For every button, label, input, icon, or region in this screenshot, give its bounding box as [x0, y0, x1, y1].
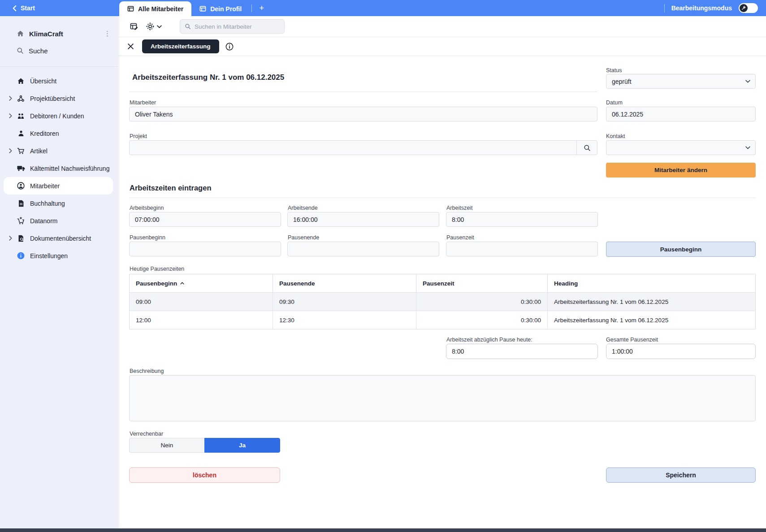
table-edit-icon — [130, 22, 138, 31]
new-tab-button[interactable]: + — [254, 3, 269, 13]
chevron-right-icon[interactable] — [9, 96, 12, 101]
sidebar-search[interactable]: Suche — [0, 42, 118, 59]
sidebar-item-kaeltemittel[interactable]: Kältemittel Nachweisführung — [0, 160, 118, 177]
settings-menu-button[interactable] — [146, 22, 162, 31]
search-input[interactable] — [195, 23, 280, 30]
sidebar-divider — [0, 66, 118, 67]
arbeitsbeginn-field[interactable] — [129, 212, 281, 227]
cell-pausenzeit: 0:30:00 — [416, 311, 548, 329]
sidebar-item-buchhaltung[interactable]: Buchhaltung — [0, 195, 118, 212]
nav-label: Artikel — [30, 147, 48, 155]
save-button[interactable]: Speichern — [606, 467, 756, 483]
sidebar-item-dokumentenuebersicht[interactable]: Dokumentenübersicht — [0, 229, 118, 247]
edit-columns-button[interactable] — [130, 22, 138, 31]
edit-mode-toggle[interactable] — [739, 3, 758, 13]
pausenbeginn-button[interactable]: Pausenbeginn — [606, 242, 756, 257]
sidebar-item-datanorm[interactable]: Datanorm — [0, 212, 118, 229]
cell-pausenbeginn: 12:00 — [130, 311, 273, 329]
window-icon — [127, 5, 134, 12]
datum-field[interactable] — [606, 107, 756, 121]
nav-label: Übersicht — [30, 78, 56, 85]
nav-label: Kreditoren — [30, 130, 59, 137]
person-icon — [17, 130, 25, 137]
list-toolbar — [118, 16, 766, 37]
projekt-search-button[interactable] — [576, 141, 597, 155]
main-content: Arbeitszeiterfassung Status geprüft Arbe… — [118, 16, 766, 532]
search-label: Suche — [29, 47, 48, 55]
sidebar-item-artikel[interactable]: Artikel — [0, 142, 118, 160]
wrench-icon — [740, 4, 748, 12]
chevron-right-icon[interactable] — [9, 236, 12, 241]
pausenzeit-label: Pausenzeit — [446, 234, 474, 241]
nav-label: Dokumentenübersicht — [30, 235, 91, 242]
sidebar-item-debitoren-kunden[interactable]: Debitoren / Kunden — [0, 107, 118, 125]
cell-heading: Arbeitszeiterfassung Nr. 1 vom 06.12.202… — [548, 311, 755, 329]
arbeitszeiterfassung-form: Status geprüft Arbeitszeiterfassung Nr. … — [129, 56, 756, 531]
pausenende-field[interactable] — [287, 242, 439, 256]
tab-divider — [251, 4, 252, 12]
netto-field[interactable] — [446, 344, 598, 359]
project-hierarchy-icon — [17, 95, 25, 102]
sidebar-item-projektuebersicht[interactable]: Projektübersicht — [0, 90, 118, 107]
table-row[interactable]: 12:00 12:30 0:30:00 Arbeitszeiterfassung… — [130, 311, 755, 329]
verrechenbar-toggle: Nein Ja — [129, 438, 280, 453]
column-header-label: Pausenende — [279, 280, 315, 287]
verrechenbar-ja-option[interactable]: Ja — [204, 438, 280, 453]
gesamt-pause-field[interactable] — [606, 344, 756, 359]
netto-label: Arbeitszeit abzüglich Pause heute: — [446, 337, 532, 343]
column-header-pausenende[interactable]: Pausenende — [273, 274, 416, 292]
chevron-right-icon[interactable] — [9, 148, 12, 153]
delete-button[interactable]: löschen — [129, 467, 280, 483]
nav-label: Kältemittel Nachweisführung — [30, 165, 109, 172]
gear-icon — [146, 22, 155, 31]
tab-bar: Alle Mitarbeiter Dein Profil + — [119, 0, 269, 16]
sidebar-item-kreditoren[interactable]: Kreditoren — [0, 125, 118, 142]
nav-label: Projektübersicht — [30, 95, 75, 102]
sidebar-item-uebersicht[interactable]: Übersicht — [0, 72, 118, 90]
topbar: Start Alle Mitarbeiter Dein Profil + Bea… — [0, 0, 766, 16]
tab-dein-profil[interactable]: Dein Profil — [191, 1, 250, 16]
person-circle-icon — [17, 182, 25, 190]
edit-mode-label: Bearbeitungsmodus — [671, 4, 732, 12]
chevron-down-icon — [157, 25, 162, 28]
kebab-menu-icon[interactable]: ⋮ — [104, 30, 111, 38]
document-search-icon — [17, 235, 25, 242]
sidebar-item-mitarbeiter[interactable]: Mitarbeiter — [4, 177, 113, 195]
column-header-label: Pausenbeginn — [136, 280, 177, 287]
nav-label: Debitoren / Kunden — [30, 112, 84, 120]
company-switcher[interactable]: KlimaCraft ⋮ — [0, 25, 118, 42]
kontakt-select[interactable] — [606, 140, 756, 155]
company-name: KlimaCraft — [29, 30, 63, 38]
column-header-pausenzeit[interactable]: Pausenzeit — [416, 274, 548, 292]
sidebar-item-einstellungen[interactable]: Einstellungen — [0, 247, 118, 264]
cart-plus-icon — [17, 217, 25, 225]
sidebar: KlimaCraft ⋮ Suche Übersicht Projektüber… — [0, 16, 118, 532]
arbeitszeit-field[interactable] — [446, 212, 598, 227]
projekt-input[interactable] — [130, 141, 576, 155]
table-row[interactable]: 09:00 09:30 0:30:00 Arbeitszeiterfassung… — [130, 292, 755, 311]
info-icon[interactable] — [225, 43, 234, 51]
column-header-pausenbeginn[interactable]: Pausenbeginn — [130, 274, 273, 292]
column-header-heading[interactable]: Heading — [548, 274, 755, 292]
beschreibung-textarea[interactable] — [129, 375, 756, 421]
cell-pausenende: 09:30 — [273, 293, 416, 311]
verrechenbar-nein-option[interactable]: Nein — [129, 438, 204, 453]
close-icon[interactable] — [126, 41, 136, 52]
arbeitsbeginn-label: Arbeitsbeginn — [130, 205, 164, 211]
projekt-label: Projekt — [130, 133, 147, 139]
pausenzeit-field[interactable] — [446, 242, 598, 256]
pausenzeiten-table: Pausenbeginn Pausenende Pausenzeit Headi… — [129, 274, 756, 329]
mitarbeiter-aendern-button[interactable]: Mitarbeiter ändern — [606, 163, 756, 177]
back-to-start-button[interactable]: Start — [13, 0, 35, 16]
start-label: Start — [21, 4, 35, 12]
arbeitsende-field[interactable] — [287, 212, 439, 227]
pausenbeginn-field[interactable] — [129, 242, 281, 256]
chevron-right-icon[interactable] — [9, 113, 12, 118]
cell-pausenbeginn: 09:00 — [130, 293, 273, 311]
mitarbeiter-field[interactable] — [129, 107, 597, 121]
status-select[interactable]: geprüft — [606, 74, 756, 89]
page-title: Arbeitszeiterfassung Nr. 1 vom 06.12.202… — [129, 73, 597, 92]
cell-pausenende: 12:30 — [273, 311, 416, 329]
tab-alle-mitarbeiter[interactable]: Alle Mitarbeiter — [119, 1, 191, 16]
nav-label: Einstellungen — [30, 252, 68, 260]
